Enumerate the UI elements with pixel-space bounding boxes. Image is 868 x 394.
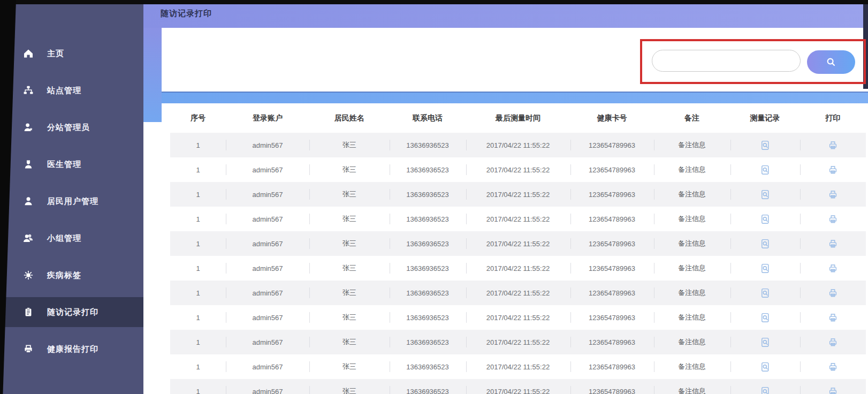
cell-remark: 备注信息 bbox=[654, 157, 730, 182]
cell-phone: 13636936523 bbox=[390, 231, 466, 256]
column-header-resident-name: 居民姓名 bbox=[309, 103, 390, 133]
app-window: 主页 站点管理 分站管理员 医生管理 居民用户管理 bbox=[0, 0, 868, 394]
clipboard-icon bbox=[21, 306, 35, 318]
cell-last-measure-time: 2017/04/22 11:55:22 bbox=[466, 256, 570, 281]
printer-icon bbox=[827, 263, 839, 274]
measure-record-view-button[interactable] bbox=[759, 237, 772, 250]
print-row-button[interactable] bbox=[826, 262, 839, 275]
cell-health-card: 123654789963 bbox=[570, 305, 654, 330]
cell-phone: 13636936523 bbox=[390, 256, 466, 281]
table-row: 1 admin567 张三 13636936523 2017/04/22 11:… bbox=[170, 354, 866, 379]
sidebar-item-label: 随访记录打印 bbox=[47, 307, 98, 317]
printer-icon bbox=[827, 287, 839, 299]
print-row-button[interactable] bbox=[826, 163, 839, 176]
cell-last-measure-time: 2017/04/22 11:55:22 bbox=[466, 182, 570, 207]
search-input[interactable] bbox=[652, 50, 801, 72]
print-row-button[interactable] bbox=[826, 286, 839, 299]
users-icon bbox=[21, 232, 35, 244]
file-search-icon bbox=[759, 361, 771, 373]
cell-remark: 备注信息 bbox=[654, 256, 730, 281]
cell-remark: 备注信息 bbox=[654, 133, 730, 157]
print-row-button[interactable] bbox=[826, 237, 839, 250]
cell-phone: 13636936523 bbox=[390, 354, 466, 379]
print-row-button[interactable] bbox=[826, 311, 839, 324]
cell-health-card: 123654789963 bbox=[570, 281, 654, 305]
sidebar-item-doctor-management[interactable]: 医生管理 bbox=[0, 149, 143, 179]
print-row-button[interactable] bbox=[826, 336, 839, 348]
cell-last-measure-time: 2017/04/22 11:55:22 bbox=[466, 133, 570, 157]
sidebar-item-site-management[interactable]: 站点管理 bbox=[0, 75, 143, 105]
cell-remark: 备注信息 bbox=[654, 231, 730, 256]
cell-phone: 13636936523 bbox=[390, 281, 466, 305]
cell-health-card: 123654789963 bbox=[570, 231, 654, 256]
print-row-button[interactable] bbox=[826, 360, 839, 373]
cell-health-card: 123654789963 bbox=[570, 354, 654, 379]
table-body: 1 admin567 张三 13636936523 2017/04/22 11:… bbox=[170, 133, 866, 394]
cell-last-measure-time: 2017/04/22 11:55:22 bbox=[466, 354, 570, 379]
print-row-button[interactable] bbox=[826, 139, 839, 151]
sidebar-item-home[interactable]: 主页 bbox=[0, 39, 143, 69]
cell-phone: 13636936523 bbox=[390, 305, 466, 330]
page-title: 随访记录打印 bbox=[161, 9, 212, 19]
sidebar-item-group-management[interactable]: 小组管理 bbox=[0, 223, 143, 253]
file-search-icon bbox=[759, 287, 771, 299]
sidebar-item-label: 居民用户管理 bbox=[47, 196, 98, 207]
disease-tag-icon bbox=[21, 269, 35, 281]
printer-icon bbox=[827, 189, 839, 200]
sidebar-item-health-report-print[interactable]: 健康报告打印 bbox=[0, 334, 143, 364]
measure-record-view-button[interactable] bbox=[759, 360, 772, 373]
column-header-print: 打印 bbox=[800, 103, 866, 133]
cell-account: admin567 bbox=[226, 207, 309, 231]
cell-account: admin567 bbox=[226, 354, 309, 379]
measure-record-view-button[interactable] bbox=[759, 163, 772, 176]
home-icon bbox=[21, 48, 35, 59]
sidebar-item-followup-record-print[interactable]: 随访记录打印 bbox=[0, 297, 143, 327]
cell-account: admin567 bbox=[226, 157, 309, 182]
sidebar-item-label: 疾病标签 bbox=[47, 270, 81, 281]
cell-remark: 备注信息 bbox=[654, 305, 730, 330]
sidebar-item-resident-user-management[interactable]: 居民用户管理 bbox=[0, 186, 143, 216]
sidebar-item-label: 医生管理 bbox=[47, 160, 81, 170]
print-row-button[interactable] bbox=[826, 188, 839, 201]
table-header-row: 序号 登录账户 居民姓名 联系电话 最后测量时间 健康卡号 备注 测量记录 打印 bbox=[170, 103, 866, 133]
search-icon bbox=[826, 57, 836, 67]
cell-remark: 备注信息 bbox=[654, 281, 730, 305]
cell-last-measure-time: 2017/04/22 11:55:22 bbox=[466, 157, 570, 182]
column-header-account: 登录账户 bbox=[226, 103, 309, 133]
print-row-button[interactable] bbox=[826, 385, 839, 394]
file-search-icon bbox=[759, 164, 771, 176]
measure-record-view-button[interactable] bbox=[759, 188, 772, 201]
cell-resident-name: 张三 bbox=[309, 305, 390, 330]
search-button[interactable] bbox=[807, 50, 855, 74]
printer-icon bbox=[827, 214, 839, 225]
table-row: 1 admin567 张三 13636936523 2017/04/22 11:… bbox=[170, 256, 866, 281]
left-accent-strip bbox=[143, 28, 162, 122]
cell-health-card: 123654789963 bbox=[570, 133, 654, 157]
column-header-remark: 备注 bbox=[654, 103, 730, 133]
cell-remark: 备注信息 bbox=[654, 330, 730, 354]
sidebar-item-substation-admin[interactable]: 分站管理员 bbox=[0, 112, 143, 142]
cell-phone: 13636936523 bbox=[390, 157, 466, 182]
print-row-button[interactable] bbox=[826, 213, 839, 225]
cell-resident-name: 张三 bbox=[309, 182, 390, 207]
cell-seq: 1 bbox=[170, 354, 226, 379]
measure-record-view-button[interactable] bbox=[759, 213, 772, 225]
measure-record-view-button[interactable] bbox=[759, 336, 772, 348]
cell-account: admin567 bbox=[226, 379, 309, 394]
user-star-icon bbox=[21, 122, 35, 133]
measure-record-view-button[interactable] bbox=[759, 139, 772, 151]
sidebar-item-disease-tag[interactable]: 疾病标签 bbox=[0, 260, 143, 290]
printer-icon bbox=[21, 343, 35, 355]
table-row: 1 admin567 张三 13636936523 2017/04/22 11:… bbox=[170, 305, 866, 330]
measure-record-view-button[interactable] bbox=[759, 262, 772, 275]
cell-account: admin567 bbox=[226, 305, 309, 330]
measure-record-view-button[interactable] bbox=[759, 311, 772, 324]
table-top-accent-bar bbox=[162, 92, 868, 103]
table-row: 1 admin567 张三 13636936523 2017/04/22 11:… bbox=[170, 182, 866, 207]
measure-record-view-button[interactable] bbox=[759, 385, 772, 394]
cell-account: admin567 bbox=[226, 256, 309, 281]
cell-seq: 1 bbox=[170, 182, 226, 207]
sidebar-item-label: 小组管理 bbox=[47, 233, 81, 244]
measure-record-view-button[interactable] bbox=[759, 286, 772, 299]
cell-seq: 1 bbox=[170, 305, 226, 330]
